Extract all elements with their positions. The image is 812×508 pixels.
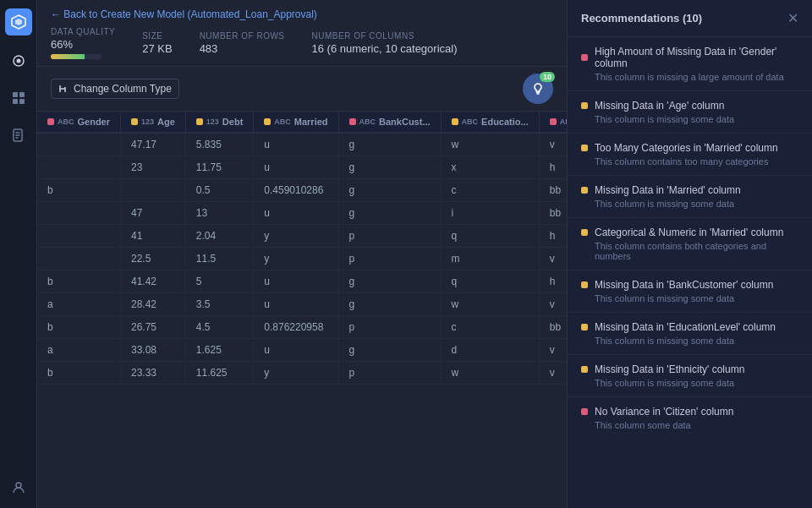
- recommendations-button[interactable]: 10: [523, 74, 553, 104]
- stats-row: DATA QUALITY 66% SIZE 27 KB NUMBER OF RO…: [51, 27, 553, 59]
- cell-educatio: q: [441, 270, 539, 293]
- cell-age: 33.08: [121, 339, 186, 362]
- data-table: ABC Gender 123 Age 123 Debt ABC Married …: [37, 112, 567, 508]
- rec-item-title-text: Missing Data in 'BankCustomer' column: [595, 279, 773, 291]
- rec-item-title-text: Missing Data in 'Ethnicity' column: [595, 363, 744, 375]
- table-row: a28.423.5ugwv: [37, 293, 567, 316]
- app-logo[interactable]: [5, 8, 32, 36]
- rec-item-desc: This column is missing some data: [581, 199, 798, 209]
- table-row: 2311.75ugxh: [37, 156, 567, 179]
- cell-age: 28.42: [121, 293, 186, 316]
- svg-rect-5: [19, 92, 25, 97]
- rec-item-desc: This column is missing some data: [581, 378, 798, 388]
- table-row: b41.425ugqh: [37, 270, 567, 293]
- recommendations-panel: Recommendations (10) ✕ High Amount of Mi…: [567, 0, 812, 508]
- rec-item-rec3[interactable]: Too Many Categories in 'Married' column …: [568, 134, 812, 176]
- cell-debt: 5.835: [185, 133, 253, 156]
- cell-debt: 3.5: [185, 293, 253, 316]
- rec-item-desc: This column is missing some data: [581, 336, 798, 346]
- rec-item-rec2[interactable]: Missing Data in 'Age' column This column…: [568, 91, 812, 134]
- cell-gender: b: [37, 270, 121, 293]
- top-bar: ← Back to Create New Model (Automated_Lo…: [37, 0, 567, 67]
- svg-rect-7: [19, 99, 25, 104]
- cell-bankcust: p: [338, 362, 441, 385]
- cell-married: 0.459010286: [254, 179, 338, 202]
- cell-age: 47.17: [121, 133, 186, 156]
- cell-debt: 5: [185, 270, 253, 293]
- rec-item-desc: This column is missing a large amount of…: [581, 72, 798, 82]
- rec-item-rec7[interactable]: Missing Data in 'EducationLevel' column …: [568, 313, 812, 355]
- cell-bankcust: g: [338, 133, 441, 156]
- cell-bankcust: g: [338, 202, 441, 225]
- stat-quality: DATA QUALITY 66%: [51, 27, 115, 59]
- cell-debt: 11.75: [185, 156, 253, 179]
- table-row: 47.175.835ugwv: [37, 133, 567, 156]
- cell-married: u: [254, 156, 338, 179]
- svg-rect-4: [13, 92, 18, 97]
- cell-bankcust: p: [338, 225, 441, 248]
- cell-married: y: [254, 225, 338, 248]
- th-married[interactable]: ABC Married: [254, 112, 338, 133]
- rec-item-title-text: High Amount of Missing Data in 'Gender' …: [595, 46, 798, 69]
- cell-gender: [37, 156, 121, 179]
- th-gender[interactable]: ABC Gender: [37, 112, 121, 133]
- th-debt[interactable]: 123 Debt: [185, 112, 253, 133]
- rec-dot: [581, 102, 588, 109]
- th-age[interactable]: 123 Age: [121, 112, 186, 133]
- cell-married: u: [254, 270, 338, 293]
- cell-age: 41.42: [121, 270, 186, 293]
- main-content: ← Back to Create New Model (Automated_Lo…: [37, 0, 567, 508]
- rec-item-rec6[interactable]: Missing Data in 'BankCustomer' column Th…: [568, 270, 812, 313]
- sidebar-home-icon[interactable]: [7, 49, 30, 73]
- sidebar-user-icon[interactable]: [7, 476, 30, 500]
- rec-badge: 10: [540, 72, 555, 82]
- cell-age: 41: [121, 225, 186, 248]
- table-row: b0.50.459010286gcbb: [37, 179, 567, 202]
- rec-dot: [581, 54, 588, 61]
- stat-size: SIZE 27 KB: [142, 31, 172, 55]
- data-area: ABC Gender 123 Age 123 Debt ABC Married …: [37, 112, 567, 508]
- rec-list: High Amount of Missing Data in 'Gender' …: [568, 37, 812, 508]
- cell-gender: a: [37, 339, 121, 362]
- cell-debt: 13: [185, 202, 253, 225]
- rec-item-title-text: Missing Data in 'EducationLevel' column: [595, 321, 776, 333]
- cell-gender: [37, 248, 121, 270]
- cell-gender: [37, 225, 121, 248]
- rec-item-rec5[interactable]: Categorical & Numeric in 'Married' colum…: [568, 218, 812, 270]
- stat-cols: NUMBER OF COLUMNS 16 (6 numeric, 10 cate…: [312, 31, 458, 55]
- cell-debt: 4.5: [185, 316, 253, 339]
- rec-item-title-text: Missing Data in 'Age' column: [595, 100, 724, 112]
- sidebar-grid-icon[interactable]: [7, 86, 30, 110]
- cell-ethn: h: [539, 156, 567, 179]
- rec-item-rec1[interactable]: High Amount of Missing Data in 'Gender' …: [568, 37, 812, 91]
- cell-educatio: w: [441, 133, 539, 156]
- cell-debt: 0.5: [185, 179, 253, 202]
- cell-married: u: [254, 133, 338, 156]
- change-column-type-button[interactable]: Change Column Type: [51, 79, 179, 99]
- rec-item-rec4[interactable]: Missing Data in 'Married' column This co…: [568, 176, 812, 218]
- change-col-label: Change Column Type: [74, 83, 172, 95]
- th-ethn[interactable]: ABC Ethn: [539, 112, 567, 133]
- close-button[interactable]: ✕: [787, 10, 798, 26]
- cell-debt: 2.04: [185, 225, 253, 248]
- cell-educatio: w: [441, 362, 539, 385]
- th-bankcust[interactable]: ABC BankCust...: [338, 112, 441, 133]
- sidebar-doc-icon[interactable]: [7, 123, 30, 147]
- cell-bankcust: g: [338, 339, 441, 362]
- svg-marker-1: [15, 19, 22, 25]
- th-educatio[interactable]: ABC Educatio...: [441, 112, 539, 133]
- table-row: 412.04ypqh: [37, 225, 567, 248]
- rec-dot: [581, 281, 588, 288]
- rec-dot: [581, 187, 588, 194]
- rows-value: 483: [200, 42, 285, 55]
- rec-item-rec9[interactable]: No Variance in 'Citizen' column This col…: [568, 397, 812, 439]
- rec-item-rec8[interactable]: Missing Data in 'Ethnicity' column This …: [568, 355, 812, 397]
- cell-bankcust: p: [338, 316, 441, 339]
- cell-educatio: q: [441, 225, 539, 248]
- rec-dot: [581, 324, 588, 330]
- lightbulb-icon: [531, 82, 545, 96]
- back-link[interactable]: ← Back to Create New Model (Automated_Lo…: [51, 8, 553, 20]
- rec-header: Recommendations (10) ✕: [568, 0, 812, 37]
- table-row: a33.081.625ugdv: [37, 339, 567, 362]
- cell-bankcust: g: [338, 156, 441, 179]
